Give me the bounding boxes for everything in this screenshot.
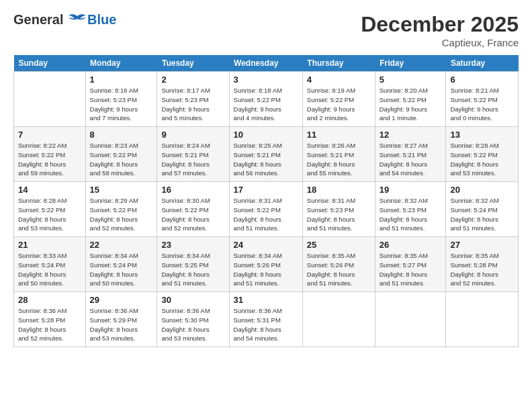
table-row: 17Sunrise: 8:31 AM Sunset: 5:22 PM Dayli… xyxy=(229,182,302,237)
day-number: 9 xyxy=(161,130,224,140)
day-info: Sunrise: 8:19 AM Sunset: 5:22 PM Dayligh… xyxy=(307,86,371,123)
day-number: 5 xyxy=(380,75,442,85)
day-number: 21 xyxy=(18,240,81,250)
location: Captieux, France xyxy=(361,37,519,48)
day-number: 17 xyxy=(234,185,298,195)
table-row: 20Sunrise: 8:32 AM Sunset: 5:24 PM Dayli… xyxy=(446,182,519,237)
col-thursday: Thursday xyxy=(302,55,375,72)
table-row: 23Sunrise: 8:34 AM Sunset: 5:25 PM Dayli… xyxy=(157,237,229,292)
table-row: 29Sunrise: 8:36 AM Sunset: 5:29 PM Dayli… xyxy=(85,292,157,347)
day-info: Sunrise: 8:34 AM Sunset: 5:25 PM Dayligh… xyxy=(161,251,224,288)
day-info: Sunrise: 8:22 AM Sunset: 5:22 PM Dayligh… xyxy=(18,141,81,178)
page: General Blue December 2025 Captieux, Fra… xyxy=(0,0,532,411)
col-wednesday: Wednesday xyxy=(229,55,302,72)
table-row: 31Sunrise: 8:36 AM Sunset: 5:31 PM Dayli… xyxy=(229,292,302,347)
day-info: Sunrise: 8:36 AM Sunset: 5:31 PM Dayligh… xyxy=(234,306,298,343)
table-row: 8Sunrise: 8:23 AM Sunset: 5:22 PM Daylig… xyxy=(85,127,157,182)
day-info: Sunrise: 8:36 AM Sunset: 5:29 PM Dayligh… xyxy=(90,306,153,343)
table-row: 24Sunrise: 8:34 AM Sunset: 5:26 PM Dayli… xyxy=(229,237,302,292)
day-info: Sunrise: 8:18 AM Sunset: 5:22 PM Dayligh… xyxy=(234,86,298,123)
day-info: Sunrise: 8:25 AM Sunset: 5:21 PM Dayligh… xyxy=(234,141,298,178)
day-info: Sunrise: 8:21 AM Sunset: 5:22 PM Dayligh… xyxy=(450,86,514,123)
col-monday: Monday xyxy=(85,55,157,72)
day-info: Sunrise: 8:29 AM Sunset: 5:22 PM Dayligh… xyxy=(90,196,153,233)
day-info: Sunrise: 8:31 AM Sunset: 5:22 PM Dayligh… xyxy=(234,196,298,233)
calendar-header-row: Sunday Monday Tuesday Wednesday Thursday… xyxy=(14,55,519,72)
table-row xyxy=(375,292,446,347)
table-row: 2Sunrise: 8:17 AM Sunset: 5:23 PM Daylig… xyxy=(157,72,229,127)
col-sunday: Sunday xyxy=(14,55,86,72)
day-number: 4 xyxy=(307,75,371,85)
day-number: 1 xyxy=(90,75,153,85)
day-number: 7 xyxy=(18,130,81,140)
day-number: 8 xyxy=(90,130,153,140)
day-number: 23 xyxy=(161,240,224,250)
day-info: Sunrise: 8:35 AM Sunset: 5:27 PM Dayligh… xyxy=(380,251,442,288)
day-info: Sunrise: 8:35 AM Sunset: 5:26 PM Dayligh… xyxy=(307,251,371,288)
day-info: Sunrise: 8:31 AM Sunset: 5:23 PM Dayligh… xyxy=(307,196,371,233)
day-info: Sunrise: 8:23 AM Sunset: 5:22 PM Dayligh… xyxy=(90,141,153,178)
table-row xyxy=(302,292,375,347)
day-number: 24 xyxy=(234,240,298,250)
table-row: 28Sunrise: 8:36 AM Sunset: 5:28 PM Dayli… xyxy=(14,292,86,347)
table-row xyxy=(14,72,86,127)
day-info: Sunrise: 8:24 AM Sunset: 5:21 PM Dayligh… xyxy=(161,141,224,178)
day-info: Sunrise: 8:16 AM Sunset: 5:23 PM Dayligh… xyxy=(90,86,153,123)
calendar-table: Sunday Monday Tuesday Wednesday Thursday… xyxy=(13,55,519,347)
day-number: 11 xyxy=(307,130,371,140)
day-number: 12 xyxy=(380,130,442,140)
logo-bird-icon xyxy=(69,13,86,28)
calendar-week-row: 1Sunrise: 8:16 AM Sunset: 5:23 PM Daylig… xyxy=(14,72,519,127)
table-row: 27Sunrise: 8:35 AM Sunset: 5:28 PM Dayli… xyxy=(446,237,519,292)
title-section: December 2025 Captieux, France xyxy=(361,12,519,48)
logo-blue: Blue xyxy=(87,12,116,28)
day-number: 29 xyxy=(90,295,153,305)
day-number: 6 xyxy=(450,75,514,85)
day-info: Sunrise: 8:36 AM Sunset: 5:28 PM Dayligh… xyxy=(18,306,81,343)
day-info: Sunrise: 8:17 AM Sunset: 5:23 PM Dayligh… xyxy=(161,86,224,123)
calendar-week-row: 28Sunrise: 8:36 AM Sunset: 5:28 PM Dayli… xyxy=(14,292,519,347)
calendar-week-row: 21Sunrise: 8:33 AM Sunset: 5:24 PM Dayli… xyxy=(14,237,519,292)
table-row xyxy=(446,292,519,347)
table-row: 15Sunrise: 8:29 AM Sunset: 5:22 PM Dayli… xyxy=(85,182,157,237)
day-number: 25 xyxy=(307,240,371,250)
day-info: Sunrise: 8:32 AM Sunset: 5:23 PM Dayligh… xyxy=(380,196,442,233)
table-row: 26Sunrise: 8:35 AM Sunset: 5:27 PM Dayli… xyxy=(375,237,446,292)
col-saturday: Saturday xyxy=(446,55,519,72)
col-friday: Friday xyxy=(375,55,446,72)
table-row: 30Sunrise: 8:36 AM Sunset: 5:30 PM Dayli… xyxy=(157,292,229,347)
table-row: 11Sunrise: 8:26 AM Sunset: 5:21 PM Dayli… xyxy=(302,127,375,182)
day-info: Sunrise: 8:33 AM Sunset: 5:24 PM Dayligh… xyxy=(18,251,81,288)
day-number: 28 xyxy=(18,295,81,305)
logo: General Blue xyxy=(13,12,116,28)
day-number: 20 xyxy=(450,185,514,195)
day-number: 30 xyxy=(161,295,224,305)
table-row: 21Sunrise: 8:33 AM Sunset: 5:24 PM Dayli… xyxy=(14,237,86,292)
day-number: 31 xyxy=(234,295,298,305)
table-row: 7Sunrise: 8:22 AM Sunset: 5:22 PM Daylig… xyxy=(14,127,86,182)
day-number: 26 xyxy=(380,240,442,250)
month-title: December 2025 xyxy=(361,12,519,37)
day-number: 18 xyxy=(307,185,371,195)
calendar-week-row: 14Sunrise: 8:28 AM Sunset: 5:22 PM Dayli… xyxy=(14,182,519,237)
day-number: 16 xyxy=(161,185,224,195)
day-number: 19 xyxy=(380,185,442,195)
table-row: 12Sunrise: 8:27 AM Sunset: 5:21 PM Dayli… xyxy=(375,127,446,182)
day-number: 15 xyxy=(90,185,153,195)
day-number: 14 xyxy=(18,185,81,195)
table-row: 18Sunrise: 8:31 AM Sunset: 5:23 PM Dayli… xyxy=(302,182,375,237)
calendar-week-row: 7Sunrise: 8:22 AM Sunset: 5:22 PM Daylig… xyxy=(14,127,519,182)
day-info: Sunrise: 8:20 AM Sunset: 5:22 PM Dayligh… xyxy=(380,86,442,123)
table-row: 22Sunrise: 8:34 AM Sunset: 5:24 PM Dayli… xyxy=(85,237,157,292)
day-info: Sunrise: 8:30 AM Sunset: 5:22 PM Dayligh… xyxy=(161,196,224,233)
table-row: 13Sunrise: 8:28 AM Sunset: 5:22 PM Dayli… xyxy=(446,127,519,182)
col-tuesday: Tuesday xyxy=(157,55,229,72)
table-row: 3Sunrise: 8:18 AM Sunset: 5:22 PM Daylig… xyxy=(229,72,302,127)
table-row: 14Sunrise: 8:28 AM Sunset: 5:22 PM Dayli… xyxy=(14,182,86,237)
day-info: Sunrise: 8:27 AM Sunset: 5:21 PM Dayligh… xyxy=(380,141,442,178)
day-info: Sunrise: 8:32 AM Sunset: 5:24 PM Dayligh… xyxy=(450,196,514,233)
day-info: Sunrise: 8:34 AM Sunset: 5:26 PM Dayligh… xyxy=(234,251,298,288)
table-row: 5Sunrise: 8:20 AM Sunset: 5:22 PM Daylig… xyxy=(375,72,446,127)
logo-general: General xyxy=(13,12,63,27)
day-info: Sunrise: 8:34 AM Sunset: 5:24 PM Dayligh… xyxy=(90,251,153,288)
